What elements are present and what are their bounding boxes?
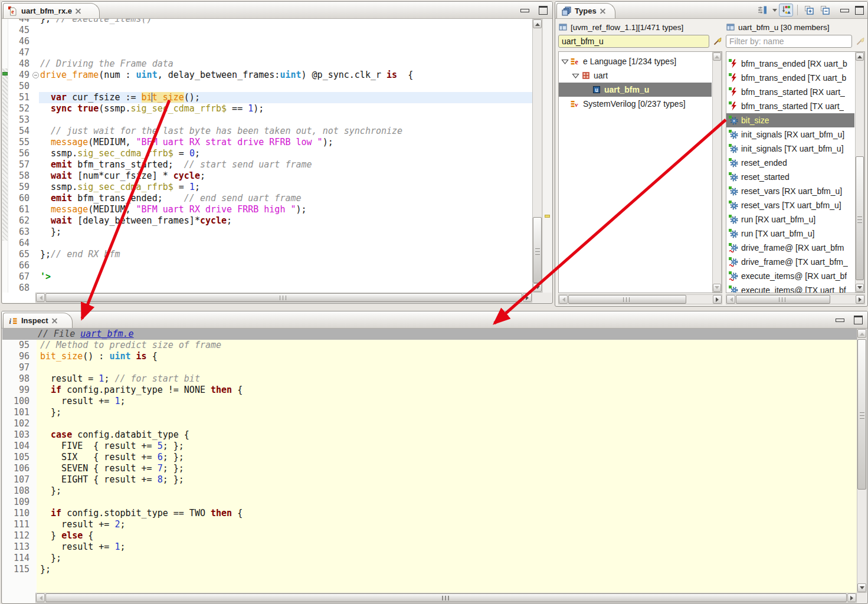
vscroll-thumb[interactable] [857, 339, 866, 490]
collapse-all-icon[interactable] [818, 4, 832, 17]
line-number: 101 [2, 407, 32, 418]
line-number: 104 [2, 441, 32, 452]
expander-icon[interactable] [572, 72, 579, 80]
member-item-reset_vars[interactable]: reset_vars [TX uart_bfm_u] [726, 198, 854, 212]
types-tree[interactable]: ee Language [1/234 types]uartuuart_bfm_u… [558, 51, 722, 293]
expander-spacer [582, 86, 590, 94]
close-icon[interactable] [76, 8, 81, 14]
editor-vscrollbar[interactable] [532, 19, 542, 293]
code-text: }; [39, 407, 857, 418]
fold-collapse-icon[interactable] [32, 72, 39, 78]
member-item-reset_started[interactable]: reset_started [726, 170, 854, 184]
chevron-down-icon[interactable] [772, 9, 777, 14]
code-text: }; [39, 564, 857, 575]
scroll-up-icon[interactable] [713, 52, 721, 61]
tree-hscrollbar[interactable] [558, 294, 722, 304]
member-item-run[interactable]: run [RX uart_bfm_u] [726, 212, 854, 226]
layout-options-icon[interactable] [755, 4, 769, 17]
member-item-bfm_trans_ended[interactable]: bfm_trans_ended [RX uart_b [726, 57, 854, 71]
scroll-right-icon[interactable] [847, 593, 856, 602]
clear-filter-broom-icon[interactable] [856, 37, 865, 46]
members-hscrollbar[interactable] [726, 294, 865, 304]
expander-icon[interactable] [561, 58, 569, 65]
close-icon[interactable] [52, 318, 58, 324]
minimize-icon[interactable] [836, 319, 844, 322]
member-item-run[interactable]: run [TX uart_bfm_u] [726, 226, 854, 241]
member-item-bfm_trans_ended[interactable]: bfm_trans_ended [TX uart_b [726, 71, 854, 85]
scroll-up-icon[interactable] [856, 52, 864, 61]
minimize-icon[interactable] [840, 9, 849, 12]
close-icon[interactable] [600, 8, 606, 14]
clear-filter-broom-icon[interactable] [713, 37, 722, 46]
code-text: ssmp.sig_sec_cdma_rfrb$ = 0; [39, 148, 532, 159]
line-number: 59 [2, 182, 32, 193]
member-item-reset_ended[interactable]: reset_ended [726, 156, 854, 170]
maximize-icon[interactable] [854, 316, 863, 324]
line-number: 62 [2, 215, 32, 226]
inspect-vscrollbar[interactable] [857, 329, 867, 593]
member-item-label: init_signals [TX uart_bfm_u] [741, 144, 844, 153]
line-number: 58 [2, 170, 32, 182]
scroll-right-icon[interactable] [523, 293, 532, 302]
member-item-drive_frame[interactable]: drive_frame@ [RX uart_bfm [726, 241, 854, 255]
scroll-up-icon[interactable] [857, 329, 866, 338]
member-item-reset_vars[interactable]: reset_vars [RX uart_bfm_u] [726, 184, 854, 198]
vscroll-thumb[interactable] [533, 217, 542, 283]
scroll-left-icon[interactable] [36, 293, 45, 302]
scroll-left-icon[interactable] [36, 593, 45, 602]
tab-inspect[interactable]: i Inspect [3, 313, 73, 328]
minimize-icon[interactable] [520, 9, 529, 12]
scroll-down-icon[interactable] [856, 284, 864, 292]
scroll-right-icon[interactable] [856, 295, 864, 304]
member-item-init_signals[interactable]: init_signals [TX uart_bfm_u] [726, 142, 854, 156]
member-item-execute_items[interactable]: execute_items@ [RX uart_bf [726, 269, 854, 283]
inspect-code-viewer[interactable]: // File uart_bfm.e 95// Method to predic… [2, 329, 867, 603]
tree-item-uart_bfm_u[interactable]: uuart_bfm_u [559, 83, 712, 97]
members-vscrollbar[interactable] [855, 52, 864, 293]
code-line-56: 56 ssmp.sig_sec_cdma_rfrb$ = 0; [2, 148, 532, 159]
expand-all-icon[interactable] [802, 4, 816, 17]
member-item-label: reset_vars [TX uart_bfm_u] [741, 201, 841, 210]
hscroll-thumb[interactable] [45, 593, 847, 602]
tree-item-SystemVerilog[interactable]: vSystemVerilog [0/237 types] [559, 97, 712, 111]
hscroll-thumb[interactable] [736, 295, 830, 304]
scroll-down-icon[interactable] [713, 284, 721, 292]
scroll-down-icon[interactable] [533, 283, 542, 292]
inspect-hscrollbar[interactable] [35, 593, 857, 603]
member-item-bit_size[interactable]: bit_size [726, 113, 854, 127]
scroll-left-icon[interactable] [559, 295, 568, 304]
maximize-icon[interactable] [855, 6, 864, 15]
editor-hscrollbar[interactable] [35, 293, 532, 303]
tree-item-uart[interactable]: uart [559, 68, 712, 83]
member-item-execute_items[interactable]: execute_items@ [TX uart_bf [726, 283, 854, 293]
member-item-init_signals[interactable]: init_signals [RX uart_bfm_u] [726, 127, 854, 142]
file-link[interactable]: uart_bfm.e [80, 329, 133, 339]
members-list[interactable]: bfm_trans_ended [RX uart_bbfm_trans_ende… [726, 51, 865, 293]
group-by-icon[interactable] [779, 4, 793, 17]
member-item-drive_frame[interactable]: drive_frame@ [TX uart_bfm_ [726, 255, 854, 269]
scroll-down-icon[interactable] [857, 583, 866, 592]
tree-item-e[interactable]: ee Language [1/234 types] [559, 54, 712, 68]
hscroll-thumb[interactable] [568, 295, 686, 304]
member-item-bfm_trans_started[interactable]: bfm_trans_started [TX uart_ [726, 99, 854, 113]
scroll-left-icon[interactable] [726, 295, 735, 304]
overview-ruler[interactable] [542, 19, 552, 293]
member-filter-input[interactable]: Filter by: name [726, 35, 852, 48]
occurrence-marker[interactable] [545, 215, 550, 218]
editor-tabbar: e uart_bfm_rx.e [2, 2, 552, 19]
fold-column [32, 541, 39, 553]
tab-types[interactable]: Types [556, 3, 615, 18]
tab-label: Inspect [21, 316, 48, 325]
code-editor[interactable]: 44}; // execute_items()45464748// Drivin… [2, 19, 552, 303]
scroll-up-icon[interactable] [533, 19, 542, 28]
type-filter-input[interactable]: uart_bfm_u [558, 35, 709, 48]
scroll-right-icon[interactable] [713, 295, 722, 304]
tree-vscrollbar[interactable] [712, 52, 722, 293]
fold-column [32, 271, 39, 283]
vscroll-thumb[interactable] [856, 156, 864, 280]
member-item-bfm_trans_started[interactable]: bfm_trans_started [RX uart_ [726, 85, 854, 99]
code-text [39, 25, 532, 36]
hscroll-thumb[interactable] [45, 293, 522, 302]
tab-uart-bfm-rx[interactable]: e uart_bfm_rx.e [3, 3, 100, 18]
maximize-icon[interactable] [539, 6, 548, 15]
